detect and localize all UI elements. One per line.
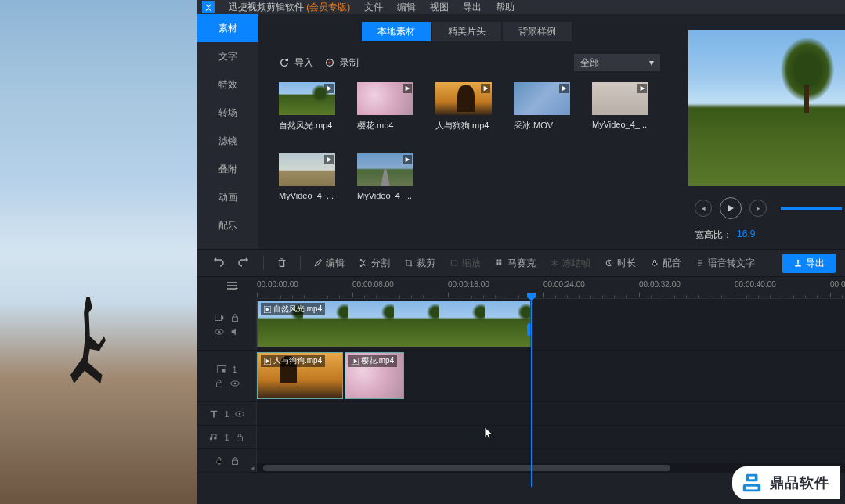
lock-icon[interactable]	[229, 455, 240, 466]
filter-dropdown[interactable]: 全部 ▾	[574, 54, 660, 71]
sidebar-item-filters[interactable]: 滤镜	[197, 127, 258, 155]
menu-help[interactable]: 帮助	[496, 1, 515, 14]
prev-frame-button[interactable]: ◂	[695, 200, 712, 217]
progress-bar[interactable]	[781, 207, 842, 210]
media-panel: 本地素材 精美片头 背景样例 导入 录制 全部 ▾ 自然风光.m	[258, 14, 681, 249]
next-frame-button[interactable]: ▸	[749, 200, 767, 217]
record-button[interactable]: 录制	[324, 56, 359, 70]
sidebar-item-media[interactable]: 素材	[197, 14, 258, 42]
sidebar-item-animation[interactable]: 动画	[197, 183, 258, 211]
svg-rect-4	[499, 260, 501, 262]
edit-button[interactable]: 编辑	[309, 254, 349, 272]
ruler-tick: 00:00:08.00	[352, 280, 394, 289]
duration-button[interactable]: 时长	[600, 254, 641, 272]
delete-button[interactable]	[272, 255, 292, 271]
media-item-4[interactable]: MyVideo_4_...	[592, 82, 648, 131]
lock-icon[interactable]	[234, 432, 245, 443]
svg-rect-23	[237, 437, 242, 441]
menu-edit[interactable]: 编辑	[397, 1, 416, 14]
track-body-pip1[interactable]: 人与狗狗.mp4 樱花.mp4	[257, 351, 845, 401]
track-body-video1[interactable]: 自然风光.mp4	[257, 299, 845, 350]
ruler-tick: 00:00:00.00	[257, 280, 298, 289]
media-name: MyVideo_4_...	[357, 191, 413, 200]
play-indicator-icon	[559, 84, 569, 93]
sidebar-item-effects[interactable]: 特效	[197, 70, 258, 99]
speech-to-text-button[interactable]: 语音转文字	[691, 254, 760, 272]
media-item-6[interactable]: MyVideo_4_...	[357, 153, 413, 200]
mute-icon[interactable]	[229, 326, 240, 337]
svg-rect-2	[451, 261, 457, 265]
video-track-1: 自然风光.mp4	[197, 299, 845, 351]
scrollbar-thumb[interactable]	[263, 465, 670, 471]
menu-export[interactable]: 导出	[463, 1, 482, 14]
ruler-tick: 00:00:32.00	[639, 280, 681, 289]
media-thumb	[592, 82, 648, 115]
track-head-text: 1	[197, 402, 257, 425]
clip-nature[interactable]: 自然风光.mp4	[257, 301, 531, 347]
track-body-audio[interactable]	[257, 426, 845, 448]
eye-icon[interactable]	[214, 326, 225, 337]
split-button[interactable]: 分割	[354, 254, 395, 272]
media-name: 自然风光.mp4	[279, 120, 335, 131]
undo-button[interactable]	[207, 254, 229, 272]
play-indicator-icon	[637, 84, 647, 93]
track-body-text[interactable]	[257, 402, 845, 425]
record-icon	[324, 57, 335, 68]
media-tab-local[interactable]: 本地素材	[362, 22, 431, 41]
export-button[interactable]: 导出	[782, 254, 836, 273]
media-item-1[interactable]: 樱花.mp4	[357, 82, 413, 131]
clip-person[interactable]: 人与狗狗.mp4	[257, 352, 343, 399]
play-indicator-icon	[403, 155, 412, 164]
import-button[interactable]: 导入	[279, 56, 313, 70]
preview-viewport[interactable]	[688, 30, 845, 186]
pip-track-1: 1 人与狗狗.mp4 樱花.mp4	[197, 351, 845, 402]
svg-rect-29	[746, 487, 758, 490]
media-item-3[interactable]: 采冰.MOV	[514, 82, 570, 131]
redo-button[interactable]	[233, 254, 255, 272]
svg-rect-3	[497, 260, 499, 262]
mosaic-button[interactable]: 马赛克	[490, 254, 540, 272]
chevron-down-icon: ▾	[649, 57, 654, 68]
video-icon	[214, 312, 225, 323]
eye-icon[interactable]	[234, 409, 245, 419]
menu-view[interactable]: 视图	[430, 1, 449, 14]
text-track: 1	[197, 402, 845, 426]
mic-icon	[214, 455, 225, 466]
media-thumb	[279, 82, 335, 115]
export-icon	[793, 258, 803, 268]
media-item-5[interactable]: MyVideo_4_...	[279, 153, 335, 200]
timeline-ruler[interactable]: 00:00:00.0000:00:08.0000:00:16.0000:00:2…	[257, 277, 845, 299]
sidebar-item-text[interactable]: 文字	[197, 42, 258, 70]
media-tab-intros[interactable]: 精美片头	[432, 22, 501, 41]
sidebar-item-transitions[interactable]: 转场	[197, 99, 258, 127]
svg-point-12	[218, 330, 220, 333]
media-tab-backgrounds[interactable]: 背景样例	[503, 22, 572, 41]
clip-sakura[interactable]: 樱花.mp4	[345, 352, 404, 399]
track-head-pip1: 1	[197, 351, 257, 401]
track-head-audio: 1	[197, 426, 257, 448]
crop-button[interactable]: 裁剪	[399, 254, 440, 272]
playhead[interactable]	[531, 299, 532, 487]
timeline-settings-button[interactable]	[226, 280, 240, 291]
zoom-button[interactable]: 缩放	[445, 254, 486, 272]
media-name: MyVideo_4_...	[592, 120, 648, 129]
aspect-value[interactable]: 16:9	[737, 229, 755, 242]
svg-rect-10	[232, 317, 237, 321]
sidebar-item-music[interactable]: 配乐	[197, 211, 258, 239]
left-sidebar: 素材 文字 特效 转场 滤镜 叠附 动画 配乐	[197, 14, 258, 249]
sidebar-item-overlays[interactable]: 叠附	[197, 155, 258, 183]
media-item-0[interactable]: 自然风光.mp4	[279, 82, 335, 131]
dub-button[interactable]: 配音	[645, 254, 686, 272]
lock-icon[interactable]	[214, 378, 225, 389]
media-item-2[interactable]: 人与狗狗.mp4	[435, 82, 492, 131]
media-thumb	[279, 153, 335, 186]
menu-file[interactable]: 文件	[364, 1, 383, 14]
freeze-button[interactable]: 冻结帧	[545, 254, 595, 272]
lock-icon[interactable]	[229, 312, 240, 323]
eye-icon[interactable]	[229, 378, 240, 389]
play-button[interactable]	[720, 197, 742, 219]
music-icon	[208, 432, 219, 443]
media-thumb	[435, 82, 492, 115]
timeline: 00:00:00.0000:00:08.0000:00:16.0000:00:2…	[197, 277, 845, 473]
scroll-left-arrow[interactable]: ◂	[247, 463, 257, 473]
